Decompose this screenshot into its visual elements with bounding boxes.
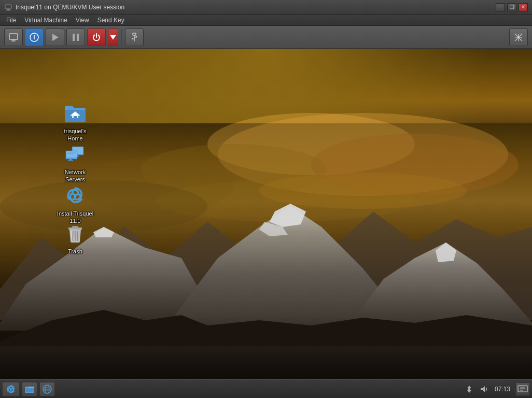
taskbar: 07:13 (0, 379, 532, 398)
display-switch-icon[interactable] (515, 382, 530, 396)
install-trisquel-icon (63, 183, 88, 208)
svg-rect-46 (66, 151, 77, 158)
screenshot-button[interactable] (4, 29, 23, 46)
svg-rect-3 (9, 34, 18, 39)
taskbar-file-manager[interactable] (22, 382, 37, 396)
svg-marker-67 (481, 386, 485, 392)
svg-rect-9 (73, 34, 75, 41)
volume-icon[interactable] (478, 383, 489, 395)
menu-file[interactable]: File (2, 16, 20, 25)
svg-rect-59 (25, 388, 34, 392)
home-folder-icon (63, 101, 88, 125)
svg-point-18 (517, 36, 520, 38)
power-button[interactable] (87, 29, 106, 46)
toolbar-right (509, 29, 528, 46)
svg-rect-50 (68, 160, 73, 161)
svg-rect-40 (74, 116, 77, 118)
taskbar-left (2, 382, 55, 396)
menu-send-key[interactable]: Send Key (93, 16, 129, 25)
svg-rect-1 (7, 9, 10, 10)
resize-button[interactable] (509, 29, 528, 46)
power-dropdown-button[interactable] (108, 29, 118, 46)
svg-marker-66 (467, 389, 471, 393)
toolbar: i (0, 26, 532, 49)
menu-virtual-machine[interactable]: Virtual Machine (20, 16, 72, 25)
svg-text:i: i (33, 34, 35, 40)
desktop-icon-home[interactable]: trisquel's Home (54, 98, 96, 145)
taskbar-systray: 07:13 (464, 382, 530, 396)
restore-button[interactable]: ❐ (507, 3, 516, 11)
minimize-button[interactable]: − (496, 3, 505, 11)
svg-rect-12 (133, 33, 136, 35)
toolbar-separator (121, 30, 122, 45)
svg-point-16 (136, 36, 137, 37)
taskbar-browser[interactable] (39, 382, 55, 396)
svg-line-56 (77, 231, 78, 241)
app-icon (4, 3, 12, 11)
network-traffic-icon (464, 383, 475, 395)
close-button[interactable]: ✕ (519, 3, 528, 11)
taskbar-trisquel-menu[interactable] (2, 382, 20, 396)
pause-button[interactable] (66, 29, 85, 46)
svg-rect-10 (77, 34, 79, 41)
vm-viewport[interactable]: trisquel's Home (0, 49, 532, 398)
trash-label: Trash (68, 248, 82, 255)
svg-marker-8 (52, 34, 59, 41)
svg-rect-2 (6, 10, 11, 10)
desktop-icon-network[interactable]: Network Servers (54, 139, 96, 186)
usb-redirect-button[interactable] (125, 29, 144, 46)
svg-line-54 (73, 231, 73, 241)
info-button[interactable]: i (25, 29, 44, 46)
svg-point-57 (10, 388, 12, 390)
svg-rect-53 (72, 226, 78, 228)
svg-rect-17 (132, 38, 133, 39)
svg-marker-11 (110, 35, 116, 39)
window-title: trisquel11 on QEMU/KVM User session (16, 4, 496, 11)
system-clock: 07:13 (493, 386, 512, 393)
network-servers-icon (63, 141, 88, 166)
svg-point-51 (74, 194, 77, 197)
desktop-background: trisquel's Home (0, 49, 532, 398)
desktop-icon-trash[interactable]: Trash (54, 219, 96, 257)
window-controls: − ❐ ✕ (496, 3, 528, 11)
trash-icon (63, 221, 88, 246)
svg-rect-0 (5, 5, 11, 9)
titlebar: trisquel11 on QEMU/KVM User session − ❐ … (0, 0, 532, 15)
menu-view[interactable]: View (72, 16, 93, 25)
menubar: File Virtual Machine View Send Key (0, 15, 532, 26)
play-button[interactable] (46, 29, 64, 46)
